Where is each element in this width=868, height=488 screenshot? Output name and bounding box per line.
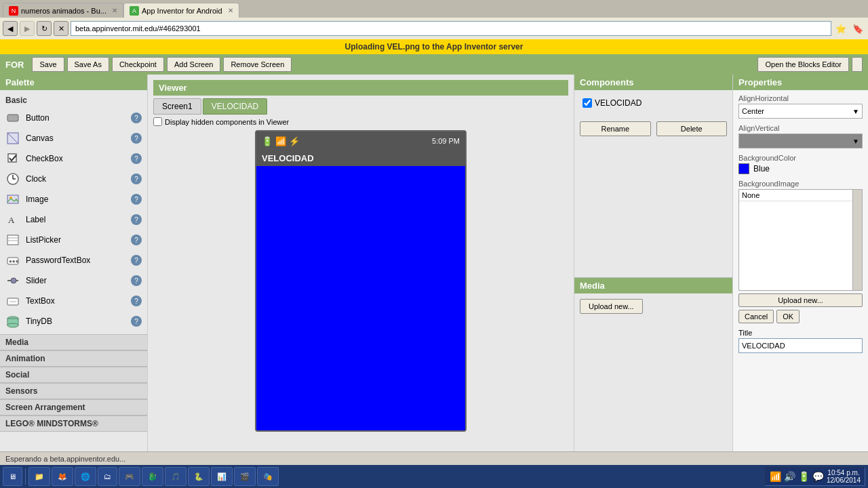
label-help-icon[interactable]: ? <box>131 214 142 225</box>
palette-item-passwordtextbox[interactable]: ●●● PasswordTextBox ? <box>0 250 147 270</box>
palette-sensors-header[interactable]: Sensors <box>0 383 147 399</box>
back-button[interactable]: ◀ <box>3 21 18 36</box>
taskbar-app4[interactable]: 🎵 <box>165 467 186 486</box>
components-actions: Rename Delete <box>574 116 732 142</box>
checkpoint-button[interactable]: Checkpoint <box>112 57 164 72</box>
slider-help-icon[interactable]: ? <box>131 275 142 286</box>
image-label: Image <box>26 195 125 204</box>
checkbox-help-icon[interactable]: ? <box>131 153 142 164</box>
ok-button[interactable]: OK <box>776 310 800 323</box>
taskbar-start[interactable]: 🖥 <box>3 467 22 486</box>
app3-icon: 🐉 <box>148 472 157 481</box>
viewer-tab-screen1[interactable]: Screen1 <box>153 98 201 115</box>
canvas-icon <box>5 131 20 146</box>
palette-item-clock[interactable]: Clock ? <box>0 169 147 189</box>
palette-item-label[interactable]: A Label ? <box>0 209 147 230</box>
phone-status-icons: 🔋 📶 ⚡ <box>262 136 300 146</box>
clock-help-icon[interactable]: ? <box>131 174 142 184</box>
align-horizontal-value: Center <box>742 107 764 115</box>
palette-lego-header[interactable]: LEGO® MINDSTORMS® <box>0 415 147 432</box>
listpicker-help-icon[interactable]: ? <box>131 235 142 245</box>
upload-new-button[interactable]: Upload new... <box>580 299 643 314</box>
taskbar-tray: 📶 🔊 🔋 💬 10:54 p.m. 12/06/2014 <box>765 467 865 486</box>
palette-item-checkbox[interactable]: CheckBox ? <box>0 148 147 169</box>
palette-item-canvas[interactable]: Canvas ? <box>0 128 147 148</box>
button-icon <box>5 110 20 125</box>
listpicker-label: ListPicker <box>26 235 125 245</box>
package-button[interactable] <box>852 57 863 72</box>
passwordtextbox-label: PasswordTextBox <box>26 256 125 265</box>
image-icon <box>5 192 20 207</box>
component-velocidad-item[interactable]: VELOCIDAD <box>580 96 727 110</box>
palette-animation-header[interactable]: Animation <box>0 350 147 367</box>
passwordtextbox-help-icon[interactable]: ? <box>131 255 142 266</box>
passwordtextbox-icon: ●●● <box>5 253 20 268</box>
canvas-help-icon[interactable]: ? <box>131 133 142 144</box>
taskbar-file-manager[interactable]: 📁 <box>28 467 50 486</box>
taskbar-app7[interactable]: 🎬 <box>234 467 256 486</box>
address-text: beta.appinventor.mit.edu/#466293001 <box>75 24 201 33</box>
taskbar-app5[interactable]: 🐍 <box>188 467 210 486</box>
taskbar-app3[interactable]: 🐉 <box>142 467 163 486</box>
save-button[interactable]: Save <box>32 57 64 72</box>
nav-icon-2[interactable]: 🔖 <box>850 21 865 36</box>
cancel-button[interactable]: Cancel <box>738 310 774 323</box>
palette-item-tinydb[interactable]: TinyDB ? <box>0 311 147 331</box>
browser-tab-2[interactable]: A App Inventor for Android ✕ <box>123 3 239 18</box>
palette-screen-arrangement-header[interactable]: Screen Arrangement <box>0 399 147 415</box>
app-toolbar: FOR Save Save As Checkpoint Add Screen R… <box>0 54 868 75</box>
stop-button[interactable]: ✕ <box>54 21 68 36</box>
palette-social-header[interactable]: Social <box>0 367 147 383</box>
title-input[interactable] <box>738 338 863 353</box>
palette-media-header[interactable]: Media <box>0 334 147 350</box>
reload-button[interactable]: ↻ <box>37 21 52 36</box>
palette-item-textbox[interactable]: TextBox ? <box>0 291 147 311</box>
align-vertical-select[interactable]: ▼ <box>738 134 863 148</box>
tinydb-help-icon[interactable]: ? <box>131 316 142 327</box>
properties-content: AlignHorizontal Center ▼ AlignVertical ▼… <box>733 90 868 363</box>
component-velocidad-checkbox[interactable] <box>583 98 592 108</box>
save-as-button[interactable]: Save As <box>67 57 109 72</box>
tinydb-icon <box>5 314 20 329</box>
viewer-tab-velocidad[interactable]: VELOCIDAD <box>203 98 267 115</box>
tray-clock: 10:54 p.m. 12/06/2014 <box>827 469 861 484</box>
rename-button[interactable]: Rename <box>580 121 651 136</box>
bg-image-label: BackgroundImage <box>738 180 863 188</box>
address-bar[interactable]: beta.appinventor.mit.edu/#466293001 <box>71 21 831 36</box>
blocks-editor-button[interactable]: Open the Blocks Editor <box>757 57 849 72</box>
taskbar-app2[interactable]: 🎮 <box>119 467 140 486</box>
textbox-help-icon[interactable]: ? <box>131 296 142 306</box>
tab1-close[interactable]: ✕ <box>112 7 117 14</box>
display-hidden-checkbox[interactable] <box>153 117 162 126</box>
tab2-close[interactable]: ✕ <box>228 7 233 14</box>
button-help-icon[interactable]: ? <box>131 113 142 123</box>
remove-screen-button[interactable]: Remove Screen <box>223 57 292 72</box>
bg-image-prop: BackgroundImage None ▼ Upload new... Can… <box>738 180 863 323</box>
taskbar-ie[interactable]: 🌐 <box>75 467 96 486</box>
align-horizontal-select[interactable]: Center ▼ <box>738 104 863 119</box>
palette-item-slider[interactable]: Slider ? <box>0 270 147 291</box>
palette-item-image[interactable]: Image ? <box>0 189 147 209</box>
taskbar-app1[interactable]: 🗂 <box>98 467 117 486</box>
palette-panel: Palette Basic Button ? Canvas ? <box>0 75 148 488</box>
delete-button[interactable]: Delete <box>656 121 728 136</box>
forward-button[interactable]: ▶ <box>20 21 35 36</box>
taskbar-app6[interactable]: 📊 <box>211 467 233 486</box>
svg-rect-10 <box>7 235 18 245</box>
bg-image-top: None ▼ <box>739 190 862 201</box>
browser-statusbar: Esperando a beta.appinventor.edu... <box>0 451 868 465</box>
bg-color-control[interactable]: Blue <box>738 163 863 174</box>
palette-basic-section: Basic Button ? Canvas ? <box>0 90 147 334</box>
browser-tab-1[interactable]: N numeros animados - Bu... ✕ <box>3 3 123 18</box>
tray-icon-sound: 🔊 <box>784 471 795 482</box>
nav-icon-1[interactable]: ⭐ <box>833 21 848 36</box>
title-prop: Title <box>738 329 863 353</box>
add-screen-button[interactable]: Add Screen <box>167 57 220 72</box>
palette-item-button[interactable]: Button ? <box>0 108 147 128</box>
upload-new-bg-button[interactable]: Upload new... <box>738 293 863 307</box>
palette-item-listpicker[interactable]: ListPicker ? <box>0 230 147 250</box>
image-help-icon[interactable]: ? <box>131 194 142 205</box>
bg-image-scrollbar[interactable] <box>852 190 862 290</box>
taskbar-firefox[interactable]: 🦊 <box>52 467 73 486</box>
taskbar-app8[interactable]: 🎭 <box>257 467 279 486</box>
